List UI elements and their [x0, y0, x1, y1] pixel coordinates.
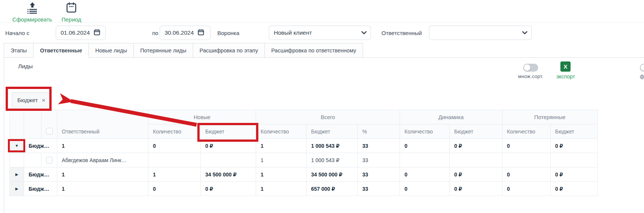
budget-filter-tag[interactable]: Бюджет × [12, 92, 51, 107]
group-label-cell: Бюдж… [24, 182, 57, 196]
multisort-label: множ.сорт. [509, 74, 552, 79]
value-cell: 0 ₽ [450, 167, 502, 182]
value-cell: 0 [400, 182, 450, 196]
top-toolbar: Сформировать Период [0, 0, 644, 23]
table-row: ▶Бюдж…1134 500 000 ₽134 500 000 ₽3300 ₽0… [10, 167, 598, 182]
group-label-cell: Бюдж… [24, 139, 57, 153]
table-row: ▶Бюдж…100 ₽1657 000 ₽3300 ₽00 ₽ [10, 182, 598, 196]
spacer-cell [24, 153, 41, 167]
value-cell: 0 [502, 167, 551, 182]
expand-toggle[interactable]: ▶ [10, 182, 24, 196]
responsible-cell: Абвгдежов Авраам Линк… [57, 153, 148, 167]
value-cell: 0 ₽ [551, 182, 598, 196]
select-all-checkbox[interactable] [46, 128, 53, 135]
period-button[interactable]: Период [57, 2, 85, 23]
row-checkbox[interactable] [46, 157, 53, 164]
value-cell [502, 153, 551, 167]
funnel-selected-value: Новый клиент [274, 29, 312, 36]
value-cell [201, 153, 256, 167]
generate-report-button[interactable]: Сформировать [11, 2, 54, 23]
value-cell: 0 ₽ [551, 139, 598, 153]
value-cell: 1 000 543 ₽ [307, 139, 358, 153]
value-cell [400, 153, 450, 167]
budget-filter-tag-label: Бюджет [17, 97, 38, 103]
table-row: Абвгдежов Авраам Линк…11 000 543 ₽33 [10, 153, 598, 167]
chevron-down-icon [522, 29, 528, 36]
value-cell: 33 [358, 153, 400, 167]
value-cell: 1 [256, 153, 307, 167]
start-date-input[interactable]: 01.06.2024 [56, 26, 106, 40]
tab-3[interactable]: Потерянные лиды [133, 43, 193, 58]
value-cell: 0 ₽ [551, 167, 598, 182]
group-header-0: Новые [148, 110, 256, 124]
value-cell: 657 000 ₽ [307, 182, 358, 196]
value-cell: 33 [358, 167, 400, 182]
group-header-3: Потерянные [502, 110, 598, 124]
group-label-cell: Бюдж… [24, 167, 57, 182]
column-header-2[interactable]: Бюджет [201, 124, 256, 139]
tab-2[interactable]: Новые лиды [89, 43, 134, 58]
leads-table-wrapper: ОтветственныйНовыеВсегоДинамикаПотерянны… [9, 110, 598, 196]
value-cell [551, 153, 598, 167]
start-date-value: 01.06.2024 [61, 29, 90, 36]
value-cell: 0 [502, 182, 551, 196]
expand-toggle[interactable]: ▼ [10, 139, 24, 153]
value-cell: 1 000 543 ₽ [307, 153, 358, 167]
excel-export-icon[interactable]: X [560, 61, 571, 72]
group-header-1: Всего [256, 110, 400, 124]
end-date-label: по [152, 30, 158, 36]
column-header-7[interactable]: Бюджет [450, 124, 502, 139]
end-date-value: 30.06.2024 [165, 29, 194, 36]
panel-title: Лиды [18, 63, 33, 70]
value-cell: 1 [256, 182, 307, 196]
value-cell: 0 ₽ [450, 139, 502, 153]
value-cell [450, 153, 502, 167]
column-header-5[interactable]: % [358, 124, 400, 139]
leads-panel: Лиды множ.сорт. X экспорт фи Бюджет × От… [4, 57, 644, 213]
value-cell: 0 ₽ [450, 182, 502, 196]
toggle-knob [641, 64, 644, 71]
multisort-toggle[interactable] [523, 64, 538, 72]
tab-5[interactable]: Расшифровка по ответственному [264, 43, 363, 58]
value-cell: 33 [358, 182, 400, 196]
filter-row: Начало с 01.06.2024 по 30.06.2024 Воронк… [0, 23, 644, 43]
calendar-icon[interactable] [94, 29, 100, 37]
responsible-select[interactable] [429, 26, 532, 40]
filters-toggle-partial[interactable] [640, 64, 644, 72]
group-header-2: Динамика [400, 110, 502, 124]
table-row: ▼Бюдж…100 ₽11 000 543 ₽3300 ₽00 ₽ [10, 139, 598, 153]
column-header-1[interactable]: Количество [148, 124, 201, 139]
generate-report-label: Сформировать [12, 16, 52, 23]
responsible-column-header[interactable]: Ответственный [57, 110, 148, 139]
value-cell: 0 [148, 182, 201, 196]
value-cell: 33 [358, 139, 400, 153]
select-all-cell [41, 110, 57, 139]
column-header-9[interactable]: Бюджет [551, 124, 598, 139]
tab-4[interactable]: Расшифровка по этапу [193, 43, 265, 58]
export-label[interactable]: экспорт [552, 74, 579, 80]
column-header-3[interactable]: Количество [256, 124, 307, 139]
value-cell [148, 153, 201, 167]
column-header-8[interactable]: Количество [502, 124, 551, 139]
value-cell: 34 500 000 ₽ [307, 167, 358, 182]
value-cell: 0 [502, 139, 551, 153]
tab-1[interactable]: Ответственные [33, 43, 89, 58]
funnel-select[interactable]: Новый клиент [269, 26, 371, 40]
calendar-icon [57, 2, 85, 15]
filters-label-partial: фи [640, 74, 644, 80]
calendar-icon[interactable] [198, 29, 204, 37]
row-checkbox-cell [41, 153, 57, 167]
column-header-6[interactable]: Количество [400, 124, 450, 139]
column-header-4[interactable]: Бюджет [307, 124, 358, 139]
value-cell: 1 [256, 139, 307, 153]
expand-toggle[interactable]: ▶ [10, 167, 24, 182]
value-cell: 0 ₽ [201, 182, 256, 196]
tab-0[interactable]: Этапы [4, 43, 34, 58]
leads-table: ОтветственныйНовыеВсегоДинамикаПотерянны… [9, 110, 598, 196]
value-cell: 1 [256, 167, 307, 182]
end-date-input[interactable]: 30.06.2024 [160, 26, 211, 40]
remove-tag-icon[interactable]: × [42, 97, 45, 103]
value-cell: 1 [148, 167, 201, 182]
value-cell: 34 500 000 ₽ [201, 167, 256, 182]
spacer-column-header [24, 110, 41, 139]
